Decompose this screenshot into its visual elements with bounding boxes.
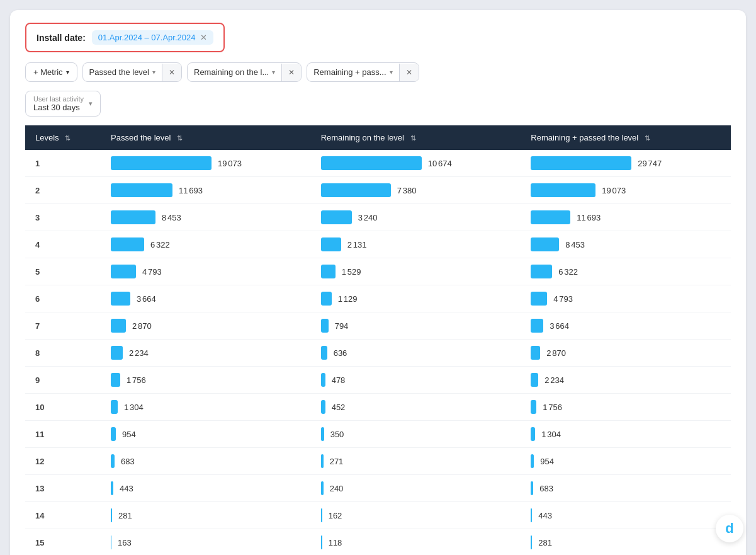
cell-level: 11 [25, 421, 101, 448]
passed-value: 1 756 [127, 375, 146, 385]
combined-value: 29 747 [638, 159, 662, 168]
cell-combined: 1 304 [521, 421, 731, 448]
combined-value: 8 453 [565, 240, 585, 249]
cell-remaining: 478 [311, 367, 521, 394]
install-date-close-icon[interactable]: ✕ [200, 33, 207, 42]
cell-level: 14 [25, 502, 101, 529]
cell-remaining: 162 [311, 502, 521, 529]
metric-chip-remaining: Remaining on the l... ▾ ✕ [187, 62, 302, 82]
install-date-filter[interactable]: Install date: 01.Apr.2024 – 07.Apr.2024 … [25, 23, 225, 52]
passed-value: 443 [120, 484, 133, 493]
table-row: 63 6641 1294 793 [25, 285, 731, 312]
sort-icon: ⇅ [410, 134, 416, 142]
passed-value: 281 [118, 511, 132, 520]
table-body: 119 07310 67429 747211 6937 38019 07338 … [25, 150, 731, 555]
chevron-icon: ▾ [390, 69, 393, 76]
activity-filter[interactable]: User last activity Last 30 days ▾ [25, 91, 101, 117]
cell-remaining: 10 674 [311, 150, 521, 177]
remaining-value: 1 129 [338, 294, 358, 304]
table-row: 82 2346362 870 [25, 340, 731, 367]
passed-value: 954 [122, 430, 136, 439]
cell-combined: 8 453 [521, 231, 731, 258]
metric-chip-remaining-label[interactable]: Remaining on the l... ▾ [188, 63, 281, 81]
install-date-label: Install date: [37, 33, 86, 43]
metric-chip-combined-close[interactable]: ✕ [399, 64, 419, 81]
combined-value: 2 870 [546, 348, 566, 358]
passed-value: 2 870 [132, 321, 152, 331]
install-date-value: 01.Apr.2024 – 07.Apr.2024 ✕ [92, 30, 214, 45]
table-row: 91 7564782 234 [25, 367, 731, 394]
chevron-icon: ▾ [152, 69, 155, 76]
add-metric-label: + Metric [33, 67, 63, 77]
cell-level: 10 [25, 394, 101, 421]
cell-level: 15 [25, 529, 101, 556]
passed-value: 683 [121, 457, 135, 466]
activity-filter-text: User last activity Last 30 days [33, 95, 84, 112]
remaining-value: 3 240 [358, 213, 378, 222]
remaining-value: 7 380 [397, 186, 417, 195]
cell-combined: 1 756 [521, 394, 731, 421]
chevron-icon: ▾ [272, 69, 275, 76]
table-row: 119543501 304 [25, 421, 731, 448]
remaining-value: 1 529 [342, 267, 361, 277]
cell-remaining: 7 380 [311, 177, 521, 204]
table-row: 211 6937 38019 073 [25, 177, 731, 204]
cell-passed: 281 [101, 502, 311, 529]
passed-value: 6 322 [150, 240, 170, 249]
cell-passed: 163 [101, 529, 311, 556]
cell-combined: 3 664 [521, 312, 731, 340]
col-header-remaining[interactable]: Remaining on the level ⇅ [311, 125, 521, 150]
table-row: 119 07310 67429 747 [25, 150, 731, 177]
cell-passed: 8 453 [101, 204, 311, 231]
passed-value: 3 664 [137, 294, 156, 304]
cell-remaining: 1 529 [311, 258, 521, 285]
cell-level: 3 [25, 204, 101, 231]
cell-combined: 443 [521, 502, 731, 529]
metric-chip-passed-label[interactable]: Passed the level ▾ [83, 63, 162, 81]
cell-level: 12 [25, 448, 101, 475]
combined-value: 683 [539, 484, 553, 493]
cell-level: 9 [25, 367, 101, 394]
combined-value: 19 073 [602, 186, 626, 195]
remaining-value: 271 [330, 457, 344, 466]
table-row: 54 7931 5296 322 [25, 258, 731, 285]
passed-value: 11 693 [179, 186, 203, 195]
cell-remaining: 118 [311, 529, 521, 556]
install-date-text: 01.Apr.2024 – 07.Apr.2024 [98, 33, 196, 42]
table-row: 13443240683 [25, 475, 731, 502]
cell-combined: 29 747 [521, 150, 731, 177]
metrics-row: + Metric ▾ Passed the level ▾ ✕ Remainin… [25, 62, 731, 82]
table-row: 38 4533 24011 693 [25, 204, 731, 231]
cell-passed: 19 073 [101, 150, 311, 177]
metric-chip-combined-label[interactable]: Remaining + pass... ▾ [307, 63, 398, 81]
cell-remaining: 636 [311, 340, 521, 367]
table-row: 12683271954 [25, 448, 731, 475]
cell-level: 13 [25, 475, 101, 502]
cell-combined: 19 073 [521, 177, 731, 204]
table-row: 15163118281 [25, 529, 731, 556]
col-header-combined[interactable]: Remaining + passed the level ⇅ [521, 125, 731, 150]
col-header-passed[interactable]: Passed the level ⇅ [101, 125, 311, 150]
cell-passed: 1 304 [101, 394, 311, 421]
cell-passed: 4 793 [101, 258, 311, 285]
cell-passed: 1 756 [101, 367, 311, 394]
add-metric-button[interactable]: + Metric ▾ [25, 62, 77, 82]
passed-value: 8 453 [162, 213, 181, 222]
passed-value: 19 073 [218, 159, 242, 168]
chevron-down-icon: ▾ [89, 100, 93, 108]
cell-remaining: 350 [311, 421, 521, 448]
passed-value: 163 [118, 538, 132, 547]
cell-level: 8 [25, 340, 101, 367]
activity-filter-value: Last 30 days [33, 103, 84, 112]
cell-level: 2 [25, 177, 101, 204]
remaining-value: 2 131 [347, 240, 367, 249]
metric-chip-remaining-close[interactable]: ✕ [281, 64, 301, 81]
metric-chip-passed-close[interactable]: ✕ [162, 64, 181, 81]
cell-remaining: 271 [311, 448, 521, 475]
activity-filter-title: User last activity [33, 95, 84, 103]
combined-value: 443 [538, 511, 552, 520]
remaining-value: 794 [335, 321, 349, 331]
passed-value: 2 234 [129, 348, 149, 358]
cell-combined: 4 793 [521, 285, 731, 312]
col-header-levels[interactable]: Levels ⇅ [25, 125, 101, 150]
